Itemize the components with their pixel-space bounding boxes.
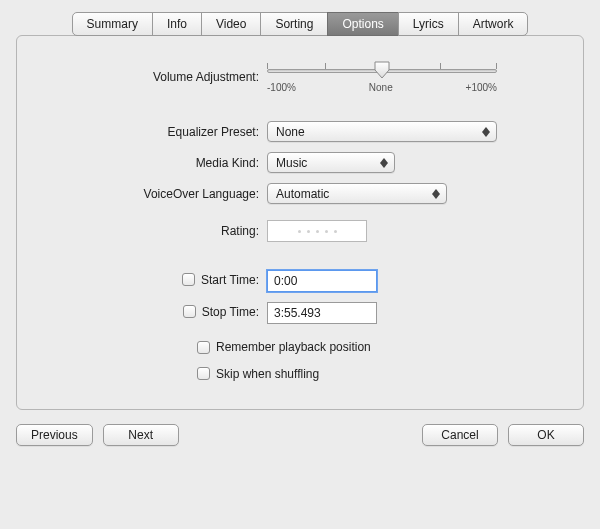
volume-label: Volume Adjustment: [51,70,267,84]
start-time-checkbox[interactable] [182,273,195,286]
start-time-input[interactable]: 0:00 [267,270,377,292]
voiceover-language-select[interactable]: Automatic [267,183,447,204]
options-window: Summary Info Video Sorting Options Lyric… [0,0,600,460]
equalizer-label: Equalizer Preset: [51,125,267,139]
stop-time-value: 3:55.493 [274,306,321,320]
rating-label: Rating: [51,224,267,238]
tab-info[interactable]: Info [152,12,202,36]
button-bar: Previous Next Cancel OK [16,424,584,446]
updown-arrows-icon [480,127,492,137]
skip-when-shuffling-checkbox[interactable] [197,367,210,380]
equalizer-preset-value: None [276,125,305,139]
stop-time-checkbox[interactable] [183,305,196,318]
tab-bar: Summary Info Video Sorting Options Lyric… [16,12,584,36]
tab-video[interactable]: Video [201,12,261,36]
volume-max-label: +100% [466,82,497,93]
rating-field[interactable] [267,220,367,242]
voiceover-label: VoiceOver Language: [51,187,267,201]
tab-summary[interactable]: Summary [72,12,153,36]
remember-playback-checkbox[interactable] [197,341,210,354]
volume-row: Volume Adjustment: [51,60,549,93]
next-button[interactable]: Next [103,424,179,446]
stop-time-input[interactable]: 3:55.493 [267,302,377,324]
voiceover-language-value: Automatic [276,187,329,201]
volume-mid-label: None [369,82,393,93]
start-time-label: Start Time: [201,273,259,287]
stop-time-label: Stop Time: [202,305,259,319]
start-time-value: 0:00 [274,274,297,288]
remember-playback-label: Remember playback position [216,340,371,354]
tab-artwork[interactable]: Artwork [458,12,529,36]
cancel-button[interactable]: Cancel [422,424,498,446]
volume-min-label: -100% [267,82,296,93]
tab-options[interactable]: Options [327,12,398,36]
updown-arrows-icon [378,158,390,168]
updown-arrows-icon [430,189,442,199]
media-kind-value: Music [276,156,307,170]
previous-button[interactable]: Previous [16,424,93,446]
tab-sorting[interactable]: Sorting [260,12,328,36]
volume-slider-thumb[interactable] [374,61,390,79]
media-kind-label: Media Kind: [51,156,267,170]
options-panel: Volume Adjustment: [16,35,584,410]
skip-when-shuffling-label: Skip when shuffling [216,367,319,381]
ok-button[interactable]: OK [508,424,584,446]
volume-slider[interactable]: -100% None +100% [267,60,497,93]
tab-lyrics[interactable]: Lyrics [398,12,459,36]
media-kind-select[interactable]: Music [267,152,395,173]
equalizer-preset-select[interactable]: None [267,121,497,142]
